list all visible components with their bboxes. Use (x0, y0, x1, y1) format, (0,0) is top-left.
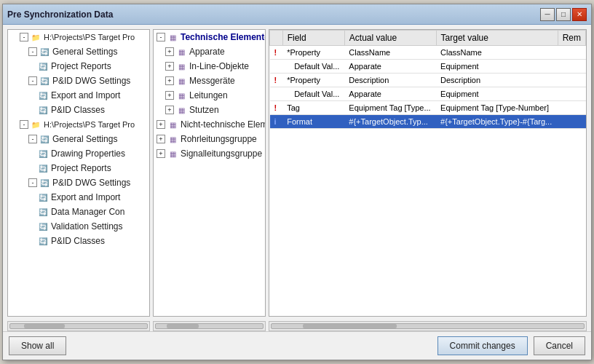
info-icon: i (274, 117, 277, 126)
mid-item-signalleitungsgruppe[interactable]: + ▦ Signalleitungsgruppe (154, 146, 265, 161)
mid-item-label: Leitungen (189, 90, 228, 100)
tree-item-label: Validation Settings (51, 221, 123, 232)
expand-icon[interactable]: + (165, 91, 174, 100)
table-row[interactable]: ! *Property Description Description (270, 74, 586, 87)
right-scrollbar[interactable] (269, 321, 587, 331)
expand-icon[interactable]: + (157, 120, 165, 129)
mid-item-leitungen[interactable]: + ▦ Leitungen (154, 88, 265, 103)
tree-project-reports-2[interactable]: 🔄 Project Reports (8, 161, 149, 175)
row-field: *Property (282, 74, 344, 87)
expand-icon[interactable]: - (28, 76, 37, 85)
tree-general-settings-2[interactable]: - 🔄 General Settings (8, 132, 149, 146)
sync-icon: 🔄 (37, 60, 49, 72)
left-scrollbar-thumb[interactable] (24, 324, 65, 328)
grid-icon: ▦ (167, 119, 178, 130)
maximize-button[interactable]: □ (556, 8, 571, 21)
left-scrollbar[interactable] (7, 321, 150, 331)
tree-pid-dwg-1[interactable]: - 🔄 P&ID DWG Settings (8, 74, 149, 88)
row-indicator: ! (270, 101, 283, 115)
mid-item-nicht-technische[interactable]: + ▦ Nicht-technische Eleme (154, 117, 265, 132)
mid-item-apparate[interactable]: + ▦ Apparate (154, 44, 265, 59)
row-actual: Apparate (344, 87, 436, 101)
tree-pid-classes-1[interactable]: 🔄 P&ID Classes (8, 103, 149, 117)
show-all-button[interactable]: Show all (9, 336, 66, 355)
tree-project-reports-1[interactable]: 🔄 Project Reports (8, 59, 149, 74)
expand-icon[interactable]: - (28, 47, 37, 56)
cancel-button[interactable]: Cancel (534, 336, 585, 355)
row-field: Default Val... (282, 60, 344, 74)
col-target: Target value (436, 31, 558, 46)
sync-data-table: Field Actual value Target value Rem ! *P… (269, 30, 586, 129)
expand-icon[interactable]: + (157, 135, 165, 143)
tree-root-1[interactable]: - 📁 H:\Projects\PS Target Pro (8, 30, 149, 44)
grid-icon: ▦ (175, 104, 187, 116)
row-field: *Property (282, 46, 344, 60)
expand-icon[interactable]: + (157, 149, 165, 158)
tree-root-label-1: H:\Projects\PS Target Pro (44, 33, 135, 41)
commit-changes-button[interactable]: Commit changes (437, 336, 528, 355)
row-target: #{+TargetObject.Type}-#{Targ... (436, 115, 558, 129)
right-scrollbar-thumb[interactable] (303, 324, 397, 328)
mid-item-technische[interactable]: - ▦ Technische Elemente (154, 30, 265, 44)
table-row-selected[interactable]: i Format #{+TargetObject.Typ... #{+Targe… (270, 115, 586, 129)
tree-export-import-2[interactable]: 🔄 Export and Import (8, 190, 149, 205)
tree-pid-dwg-2[interactable]: - 🔄 P&ID DWG Settings (8, 175, 149, 190)
left-scrollbar-track[interactable] (9, 323, 148, 329)
tree-data-manager[interactable]: 🔄 Data Manager Con (8, 205, 149, 219)
mid-item-rohrleitungsgruppe[interactable]: + ▦ Rohrleitungsgruppe (154, 132, 265, 146)
row-field: Format (282, 115, 344, 129)
tree-root-label-2: H:\Projects\PS Target Pro (44, 120, 135, 129)
expand-icon[interactable]: + (165, 106, 174, 114)
close-button[interactable]: ✕ (572, 8, 587, 21)
error-icon: ! (274, 76, 277, 84)
mid-item-stutzen[interactable]: + ▦ Stutzen (154, 103, 265, 117)
sync-icon: 🔄 (37, 148, 49, 159)
table-row[interactable]: ! Tag Equipment Tag [Type... Equipment T… (270, 101, 586, 115)
mid-item-inline[interactable]: + ▦ In-Line-Objekte (154, 59, 265, 74)
mid-scrollbar-track[interactable] (155, 323, 264, 329)
right-scrollbar-track[interactable] (271, 323, 585, 329)
expand-icon[interactable]: + (165, 47, 174, 56)
expand-icon[interactable]: - (28, 135, 37, 143)
expand-icon[interactable]: + (165, 76, 174, 85)
row-target: Equipment (436, 60, 558, 74)
tree-item-label: General Settings (52, 47, 117, 57)
row-indicator: i (270, 115, 283, 129)
tree-export-import-1[interactable]: 🔄 Export and Import (8, 88, 149, 103)
error-icon: ! (274, 103, 277, 112)
table-row[interactable]: ! *Property ClassName ClassName (270, 46, 586, 60)
window-controls: ─ □ ✕ (540, 8, 587, 21)
expand-icon[interactable]: - (157, 33, 165, 41)
sync-icon: 🔄 (37, 104, 49, 116)
expand-icon-1[interactable]: - (20, 33, 28, 41)
tree-root-2[interactable]: - 📁 H:\Projects\PS Target Pro (8, 117, 149, 132)
row-target: ClassName (436, 46, 558, 60)
error-icon: ! (274, 48, 277, 57)
tree-validation-settings[interactable]: 🔄 Validation Settings (8, 219, 149, 234)
expand-icon[interactable]: + (165, 62, 174, 71)
tree-pid-classes-2[interactable]: 🔄 P&ID Classes (8, 234, 149, 248)
tree-general-settings-1[interactable]: - 🔄 General Settings (8, 44, 149, 59)
table-row[interactable]: Default Val... Apparate Equipment (270, 87, 586, 101)
expand-icon[interactable]: - (28, 178, 37, 187)
left-tree-panel[interactable]: - 📁 H:\Projects\PS Target Pro - 🔄 Genera… (7, 29, 150, 317)
mid-scrollbar-thumb[interactable] (167, 324, 199, 328)
minimize-button[interactable]: ─ (540, 8, 555, 21)
tree-item-label: Drawing Properties (51, 149, 125, 159)
mid-scrollbar[interactable] (153, 321, 266, 331)
mid-tree-panel[interactable]: - ▦ Technische Elemente + ▦ Apparate + ▦… (153, 29, 266, 317)
tree-drawing-props[interactable]: 🔄 Drawing Properties (8, 146, 149, 161)
sync-icon: 🔄 (37, 90, 49, 101)
right-data-panel[interactable]: Field Actual value Target value Rem ! *P… (269, 29, 587, 317)
expand-icon-2[interactable]: - (20, 120, 28, 129)
mid-item-label: Stutzen (189, 105, 219, 115)
table-row[interactable]: Default Val... Apparate Equipment (270, 60, 586, 74)
row-field: Tag (282, 101, 344, 115)
row-indicator (270, 87, 283, 101)
row-target: Description (436, 74, 558, 87)
sync-icon: 🔄 (37, 235, 49, 247)
col-indicator (270, 31, 283, 46)
tree-item-label: Export and Import (51, 192, 120, 202)
row-rem (558, 87, 585, 101)
mid-item-messgeraete[interactable]: + ▦ Messgeräte (154, 74, 265, 88)
